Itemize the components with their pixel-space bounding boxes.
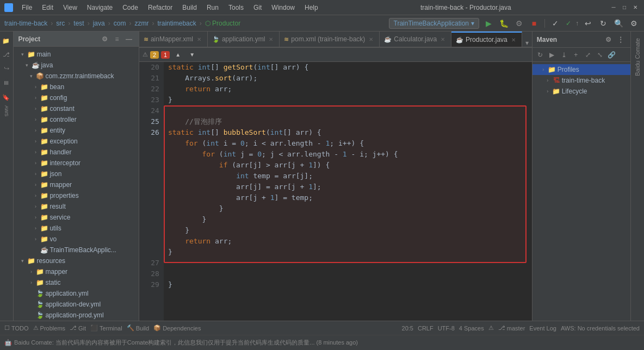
bookmarks-sidebar-tab[interactable]: 🔖 — [0, 90, 13, 103]
tree-item-config[interactable]: › 📁 config — [14, 92, 139, 103]
tree-item-result[interactable]: › 📁 result — [14, 201, 139, 212]
tree-item-main[interactable]: ▾ 📁 main — [14, 49, 139, 60]
nav-zzmr[interactable]: zzmr — [134, 20, 148, 27]
prev-error-button[interactable]: ▲ — [172, 49, 184, 61]
maven-run-button[interactable]: ▶ — [547, 49, 558, 60]
maven-add-button[interactable]: + — [571, 49, 581, 60]
event-log-status[interactable]: Event Log — [529, 324, 556, 332]
aws-status[interactable]: AWS: No credentials selected — [561, 324, 640, 332]
tree-item-entity[interactable]: › 📁 entity — [14, 125, 139, 136]
tree-item-exception[interactable]: › 📁 exception — [14, 136, 139, 147]
indent-status[interactable]: 4 Spaces — [459, 324, 484, 332]
tree-item-properties[interactable]: › 📁 properties — [14, 190, 139, 201]
structure-sidebar-tab[interactable]: ≣ — [0, 76, 13, 89]
tree-item-application-prod-yml[interactable]: 🍃 application-prod.yml — [14, 310, 139, 321]
maven-item-lifecycle[interactable]: › 📁 Lifecycle — [532, 86, 630, 97]
tab-close-button[interactable]: ✕ — [195, 35, 203, 43]
tree-item-res-mapper[interactable]: › 📁 mapper — [14, 266, 139, 277]
maven-item-profiles[interactable]: › 📁 Profiles — [532, 64, 630, 75]
tree-item-vo[interactable]: › 📁 vo — [14, 234, 139, 245]
tree-item-application-dev-yml[interactable]: 🍃 application-dev.yml — [14, 299, 139, 310]
branch-status[interactable]: ⎇ master — [498, 324, 525, 332]
tab-application-yml[interactable]: 🍃 application.yml ✕ — [208, 32, 280, 47]
tab-productor-java[interactable]: ☕ Productor.java ✕ — [451, 32, 522, 47]
git-commit-button[interactable]: ✓ — [549, 17, 561, 29]
build-status[interactable]: 🔨 Build — [127, 324, 149, 332]
baidu-comate-sidebar-tab[interactable]: Baidu Comate — [634, 34, 641, 80]
tree-item-service[interactable]: › 📁 service — [14, 212, 139, 223]
nav-productor[interactable]: ⬡ Productor — [205, 20, 240, 27]
tree-item-constant[interactable]: › 📁 constant — [14, 103, 139, 114]
line-ending-status[interactable]: CRLF — [418, 324, 434, 332]
tree-item-json[interactable]: › 📁 json — [14, 168, 139, 179]
menu-tools[interactable]: Tools — [224, 3, 248, 12]
menu-window[interactable]: Window — [267, 3, 299, 12]
aws-toolkit-sidebar-tab[interactable]: AWS — [0, 104, 13, 117]
menu-edit[interactable]: Edit — [38, 3, 58, 12]
menu-code[interactable]: Code — [118, 3, 143, 12]
tree-item-static[interactable]: › 📁 static — [14, 277, 139, 288]
settings-button[interactable]: ⚙ — [628, 17, 640, 29]
run-coverage-button[interactable]: ⚙ — [513, 17, 525, 29]
tree-item-controller[interactable]: › 📁 controller — [14, 114, 139, 125]
tree-item-utils[interactable]: › 📁 utils — [14, 223, 139, 234]
menu-git[interactable]: Git — [249, 3, 266, 12]
project-settings-button[interactable]: ⚙ — [100, 34, 110, 45]
maximize-button[interactable]: □ — [620, 3, 629, 12]
maven-download-button[interactable]: ⤓ — [559, 49, 569, 60]
undo-button[interactable]: ↩ — [582, 17, 594, 29]
errors-badge[interactable]: 1 — [161, 51, 170, 59]
tab-pom-xml[interactable]: ≋ pom.xml (train-time-back) ✕ — [280, 32, 380, 47]
nav-src[interactable]: src — [56, 20, 65, 27]
tree-item-java[interactable]: ▾ ☕ java — [14, 60, 139, 71]
menu-build[interactable]: Build — [178, 3, 201, 12]
nav-com[interactable]: com — [114, 20, 126, 27]
menu-file[interactable]: File — [17, 3, 36, 12]
maven-link-button[interactable]: 🔗 — [606, 49, 617, 60]
tab-calculator-java[interactable]: ☕ Calculator.java ✕ — [380, 32, 451, 47]
terminal-status[interactable]: ⬛ Terminal — [90, 324, 122, 332]
tree-item-main-class[interactable]: ☕ TrainTimeBackApplic... — [14, 245, 139, 255]
dependencies-status[interactable]: 📦 Dependencies — [153, 324, 201, 332]
menu-help[interactable]: Help — [300, 3, 323, 12]
maven-collapse-button[interactable]: ⤡ — [595, 49, 605, 60]
tree-item-handler[interactable]: › 📁 handler — [14, 147, 139, 158]
tree-item-mapper[interactable]: › 📁 mapper — [14, 179, 139, 190]
tree-item-application-yml[interactable]: 🍃 application.yml — [14, 288, 139, 299]
minimize-button[interactable]: ─ — [609, 3, 618, 12]
tab-close-button[interactable]: ✕ — [367, 35, 375, 43]
nav-traintimeback[interactable]: traintimeback — [157, 20, 196, 27]
nav-java[interactable]: java — [93, 20, 105, 27]
run-button[interactable]: ▶ — [482, 17, 494, 29]
cursor-position-status[interactable]: 20:5 — [402, 324, 413, 332]
warnings-badge[interactable]: 2 — [150, 51, 159, 59]
problems-status[interactable]: ⚠ Problems — [33, 324, 65, 332]
stop-button[interactable]: ■ — [528, 17, 540, 29]
menu-navigate[interactable]: Navigate — [83, 3, 117, 12]
encoding-status[interactable]: UTF-8 — [438, 324, 455, 332]
commit-sidebar-tab[interactable]: ⎇ — [0, 48, 13, 61]
maven-settings-button[interactable]: ⚙ — [603, 34, 614, 45]
code-editor[interactable]: 20 21 22 23 24 25 26 27 28 29 — [139, 62, 532, 321]
nav-project[interactable]: train-time-back — [4, 20, 47, 27]
maven-expand-button[interactable]: ⤢ — [583, 49, 593, 60]
tab-close-button[interactable]: ✕ — [439, 35, 447, 43]
maven-item-train-time-back[interactable]: › 🏗 train-time-back — [532, 75, 630, 86]
menu-refactor[interactable]: Refactor — [144, 3, 177, 12]
tab-close-button[interactable]: ✕ — [267, 35, 275, 43]
maven-more-button[interactable]: ⋮ — [615, 34, 626, 45]
project-sidebar-tab[interactable]: 📁 — [0, 34, 13, 47]
project-collapse-button[interactable]: ≡ — [112, 34, 122, 45]
run-config-selector[interactable]: TrainTimeBackApplication ▾ — [389, 18, 480, 29]
todo-status[interactable]: ☐ TODO — [4, 324, 29, 332]
menu-run[interactable]: Run — [202, 3, 223, 12]
tree-item-pkg[interactable]: ▾ 📦 com.zzmr.traintimeback — [14, 71, 139, 82]
tree-item-interceptor[interactable]: › 📁 interceptor — [14, 158, 139, 168]
next-error-button[interactable]: ▼ — [186, 49, 198, 61]
tree-item-bean[interactable]: › 📁 bean — [14, 82, 139, 92]
menu-view[interactable]: View — [59, 3, 82, 12]
maven-reload-button[interactable]: ↻ — [535, 49, 546, 60]
code-content[interactable]: ▶ static int[] getSort(int[] arr) { Arra… — [164, 62, 532, 321]
tab-ainmapper-xml[interactable]: ≋ ainMapper.xml ✕ — [139, 32, 208, 47]
nav-test[interactable]: test — [73, 20, 84, 27]
